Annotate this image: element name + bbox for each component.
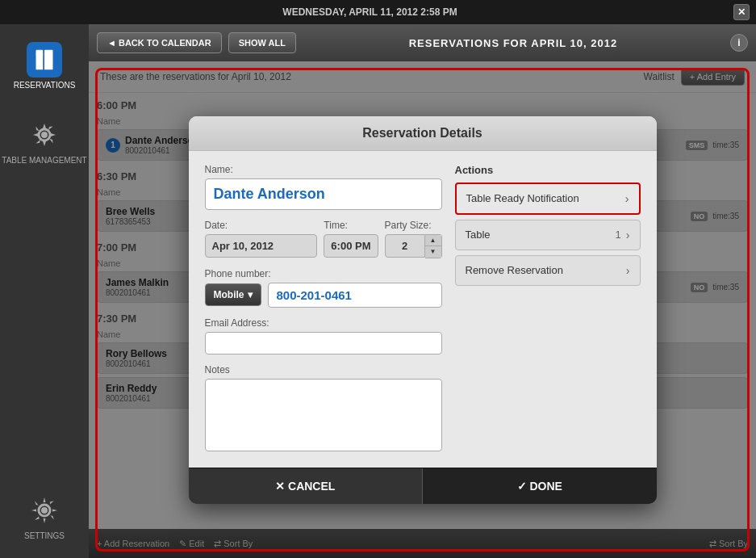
actions-label: Actions xyxy=(455,164,641,176)
svg-rect-1 xyxy=(44,50,53,70)
time-label: Time: xyxy=(324,220,378,231)
table-management-icon xyxy=(27,117,62,153)
settings-label: SETTINGS xyxy=(24,531,65,540)
name-label: Name: xyxy=(205,164,442,175)
settings-gear-icon xyxy=(28,494,61,527)
close-button[interactable]: ✕ xyxy=(733,4,750,20)
table-value: 1 xyxy=(616,229,621,241)
cancel-button[interactable]: ✕ CANCEL xyxy=(189,468,424,504)
chevron-right-icon3: › xyxy=(626,264,630,277)
table-ready-label: Table Ready Notification xyxy=(466,192,579,204)
sidebar-item-reservations[interactable]: RESERVATIONS xyxy=(0,32,89,99)
modal-overlay: Reservation Details Name: Dante Anderson… xyxy=(89,61,756,558)
notes-label: Notes xyxy=(205,364,442,375)
table-button[interactable]: Table 1 › xyxy=(455,220,641,250)
dropdown-arrow: ▾ xyxy=(248,289,253,300)
svg-point-4 xyxy=(41,132,48,138)
time-field: Time: 6:00 PM xyxy=(324,220,378,258)
sidebar-item-table-management[interactable]: TABLE MANAGEMENT xyxy=(0,107,89,174)
party-stepper: ▲ ▼ xyxy=(425,234,442,258)
phone-value[interactable]: 800-201-0461 xyxy=(268,283,442,308)
main-content: ◄ BACK TO CALENDAR SHOW ALL RESERVATIONS… xyxy=(89,24,756,558)
modal-title: Reservation Details xyxy=(362,126,482,140)
date-time-party-row: Date: Apr 10, 2012 Time: 6:00 PM Party S… xyxy=(205,220,442,258)
name-value[interactable]: Dante Anderson xyxy=(205,178,442,210)
book-icon xyxy=(33,48,56,71)
svg-rect-0 xyxy=(36,50,44,70)
email-label: Email Address: xyxy=(205,317,442,329)
modal-left-panel: Name: Dante Anderson Date: Apr 10, 2012 … xyxy=(205,164,455,455)
reservation-area: These are the reservations for April 10,… xyxy=(89,61,756,558)
party-size-container: ▲ ▼ xyxy=(385,234,442,258)
party-decrement[interactable]: ▼ xyxy=(425,246,441,258)
info-button[interactable]: i xyxy=(730,34,748,52)
table-ready-notification-button[interactable]: Table Ready Notification › xyxy=(455,183,641,215)
date-field: Date: Apr 10, 2012 xyxy=(205,220,318,258)
sidebar: RESERVATIONS TABLE MANAGEMENT xyxy=(0,24,89,558)
modal-right-panel: Actions Table Ready Notification › Table… xyxy=(455,164,641,455)
reservations-icon-box xyxy=(27,42,62,78)
reservation-details-modal: Reservation Details Name: Dante Anderson… xyxy=(189,116,657,504)
party-increment[interactable]: ▲ xyxy=(425,235,441,246)
done-button[interactable]: ✓ DONE xyxy=(423,468,657,504)
table-management-label: TABLE MANAGEMENT xyxy=(2,156,86,165)
header-bar: ◄ BACK TO CALENDAR SHOW ALL RESERVATIONS… xyxy=(89,24,756,61)
show-all-button[interactable]: SHOW ALL xyxy=(228,32,296,53)
phone-container: Mobile ▾ 800-201-0461 xyxy=(205,283,442,308)
phone-type-button[interactable]: Mobile ▾ xyxy=(205,283,261,306)
table-label: Table xyxy=(466,229,491,241)
chevron-right-icon2: › xyxy=(626,229,630,241)
date-value[interactable]: Apr 10, 2012 xyxy=(205,234,318,258)
page-title: RESERVATIONS FOR APRIL 10, 2012 xyxy=(303,37,724,49)
datetime-display: WEDNESDAY, APRIL 11, 2012 2:58 PM xyxy=(282,6,457,18)
table-value-area: 1 › xyxy=(616,229,630,241)
remove-reservation-button[interactable]: Remove Reservation › xyxy=(455,255,641,286)
notes-textarea[interactable] xyxy=(205,379,442,451)
modal-title-bar: Reservation Details xyxy=(189,116,657,151)
date-label: Date: xyxy=(205,220,318,231)
reservations-label: RESERVATIONS xyxy=(14,81,76,90)
chevron-right-icon: › xyxy=(625,192,629,205)
party-field: Party Size: ▲ ▼ xyxy=(385,220,442,258)
phone-label: Phone number: xyxy=(205,268,442,279)
sidebar-item-settings[interactable]: SETTINGS xyxy=(0,483,89,550)
phone-type-label: Mobile xyxy=(214,289,244,300)
svg-point-6 xyxy=(41,507,48,514)
time-value[interactable]: 6:00 PM xyxy=(324,234,378,258)
settings-icon xyxy=(27,493,62,528)
email-input[interactable] xyxy=(205,332,442,355)
back-to-calendar-button[interactable]: ◄ BACK TO CALENDAR xyxy=(97,32,222,53)
remove-reservation-label: Remove Reservation xyxy=(466,264,563,276)
sidebar-bottom: SETTINGS xyxy=(0,475,89,558)
top-bar: WEDNESDAY, APRIL 11, 2012 2:58 PM ✕ xyxy=(0,0,756,24)
gear-icon xyxy=(28,119,61,151)
party-label: Party Size: xyxy=(385,220,442,231)
modal-body: Name: Dante Anderson Date: Apr 10, 2012 … xyxy=(189,151,657,468)
party-size-input[interactable] xyxy=(385,234,425,258)
modal-footer: ✕ CANCEL ✓ DONE xyxy=(189,468,657,504)
